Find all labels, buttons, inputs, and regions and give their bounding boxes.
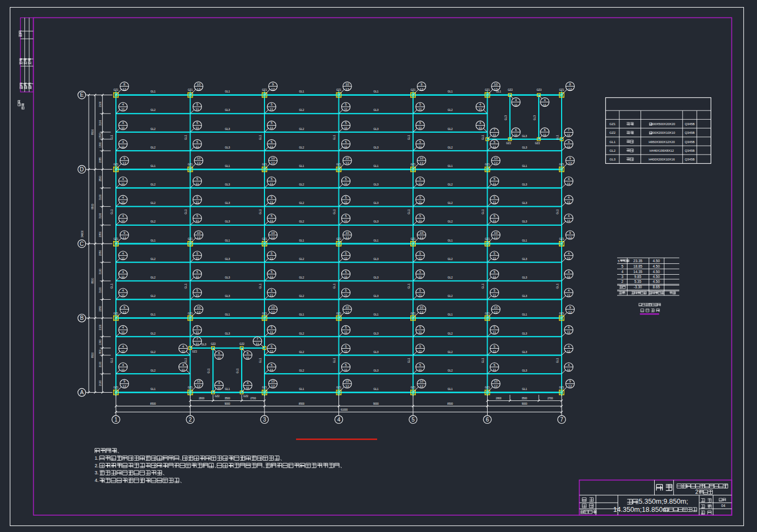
svg-text:11: 11: [493, 275, 496, 279]
svg-text:11: 11: [195, 126, 199, 129]
svg-text:7: 7: [494, 128, 496, 132]
svg-text:GL2: GL2: [448, 128, 453, 131]
svg-text:12: 12: [197, 236, 201, 239]
svg-text:GL3: GL3: [373, 369, 379, 372]
svg-text:7: 7: [560, 417, 563, 423]
svg-text:3: 3: [621, 275, 624, 279]
svg-text:GL1: GL1: [482, 209, 484, 214]
svg-text:11: 11: [493, 182, 496, 185]
svg-text:GL1: GL1: [299, 90, 305, 93]
svg-text:11: 11: [567, 275, 571, 279]
svg-text:11: 11: [270, 145, 274, 149]
svg-text:Q345B: Q345B: [685, 158, 694, 161]
svg-text:GL1: GL1: [408, 283, 410, 289]
svg-text:10: 10: [494, 82, 498, 86]
svg-text:11: 11: [344, 275, 348, 279]
svg-text:GL2: GL2: [151, 220, 156, 223]
svg-text:GL2: GL2: [151, 146, 156, 149]
svg-text:GL1: GL1: [610, 140, 616, 144]
svg-text:11: 11: [493, 145, 496, 149]
svg-text:GL2: GL2: [448, 295, 453, 298]
svg-text:11: 11: [567, 133, 571, 137]
svg-text:5: 5: [196, 288, 199, 292]
svg-text:GL3: GL3: [373, 202, 379, 205]
svg-text:H950X300X12X20: H950X300X12X20: [649, 140, 675, 144]
svg-text:GL1: GL1: [299, 165, 305, 168]
svg-text:GL2: GL2: [299, 109, 305, 112]
svg-text:12: 12: [494, 236, 498, 239]
svg-text:GZ1: GZ1: [336, 238, 341, 240]
svg-text:GL2: GL2: [151, 109, 156, 112]
svg-text:GL3: GL3: [522, 332, 527, 335]
svg-text:GL2: GL2: [151, 295, 156, 298]
svg-text:8500: 8500: [91, 129, 94, 135]
svg-text:11: 11: [270, 256, 274, 260]
svg-text:11: 11: [121, 107, 125, 111]
svg-text:12: 12: [420, 310, 423, 314]
svg-text:11: 11: [121, 349, 125, 353]
svg-text:12: 12: [122, 236, 126, 239]
svg-text:5: 5: [270, 121, 273, 125]
svg-text:5: 5: [270, 344, 273, 348]
svg-text:GL3: GL3: [522, 135, 527, 138]
svg-text:GL3: GL3: [522, 183, 527, 186]
svg-text:GL1: GL1: [184, 135, 187, 140]
svg-text:11: 11: [344, 219, 348, 222]
svg-text:4.50: 4.50: [653, 275, 660, 279]
svg-text:1300: 1300: [99, 142, 102, 148]
svg-text:4: 4: [122, 325, 124, 329]
svg-text:10: 10: [494, 305, 498, 309]
svg-text:23.35: 23.35: [633, 259, 643, 263]
svg-text:E: E: [80, 92, 84, 98]
svg-text:12: 12: [420, 236, 423, 239]
svg-text:12: 12: [494, 161, 498, 165]
svg-text:18.85: 18.85: [633, 264, 643, 268]
svg-text:12: 12: [346, 310, 349, 314]
svg-text:11: 11: [195, 182, 199, 185]
svg-text:5: 5: [411, 417, 415, 423]
svg-text:11: 11: [270, 368, 274, 372]
svg-text:5.35: 5.35: [635, 280, 642, 283]
svg-text:GL1: GL1: [207, 368, 210, 374]
svg-text:3100: 3100: [99, 287, 102, 293]
svg-text:3100: 3100: [99, 120, 102, 126]
svg-text:5: 5: [270, 140, 273, 144]
svg-text:11: 11: [270, 275, 274, 279]
svg-text:GZ1: GZ1: [336, 312, 341, 315]
svg-text:12: 12: [271, 87, 275, 91]
svg-text:12: 12: [420, 161, 423, 165]
svg-text:8500: 8500: [447, 403, 453, 405]
svg-text:5: 5: [494, 363, 496, 367]
svg-text:9: 9: [272, 82, 274, 86]
svg-text:14.350m;18.850m: 14.350m;18.850m: [613, 506, 669, 514]
svg-text:11: 11: [567, 145, 571, 149]
svg-text:5: 5: [419, 121, 421, 125]
svg-text:GL2: GL2: [448, 220, 453, 223]
svg-text:12: 12: [122, 384, 126, 388]
svg-text:11: 11: [344, 256, 348, 260]
svg-text:GL1: GL1: [259, 283, 262, 289]
svg-text:B: B: [80, 315, 84, 321]
svg-text:4: 4: [544, 98, 546, 102]
svg-text:11: 11: [344, 145, 348, 149]
svg-text:10: 10: [271, 231, 275, 234]
svg-text:4.50: 4.50: [653, 270, 660, 274]
svg-text:10: 10: [271, 379, 275, 383]
svg-text:11: 11: [195, 275, 199, 279]
svg-text:GL3: GL3: [522, 351, 527, 354]
svg-text:5: 5: [494, 344, 496, 348]
svg-text:11: 11: [567, 200, 571, 204]
svg-text:GL3: GL3: [225, 183, 230, 186]
svg-text:12: 12: [197, 384, 201, 388]
svg-text:5: 5: [345, 195, 347, 199]
svg-text:GL3: GL3: [225, 202, 230, 205]
svg-text:GL1: GL1: [556, 358, 559, 363]
svg-text:2355: 2355: [99, 157, 102, 163]
svg-text:3100: 3100: [99, 213, 102, 219]
svg-text:GL2: GL2: [448, 183, 453, 186]
svg-text:2100: 2100: [99, 362, 102, 368]
svg-text:GL1: GL1: [522, 239, 527, 242]
svg-text:4: 4: [337, 417, 341, 423]
svg-text:3100: 3100: [99, 194, 102, 200]
svg-text:GL2: GL2: [151, 128, 156, 131]
